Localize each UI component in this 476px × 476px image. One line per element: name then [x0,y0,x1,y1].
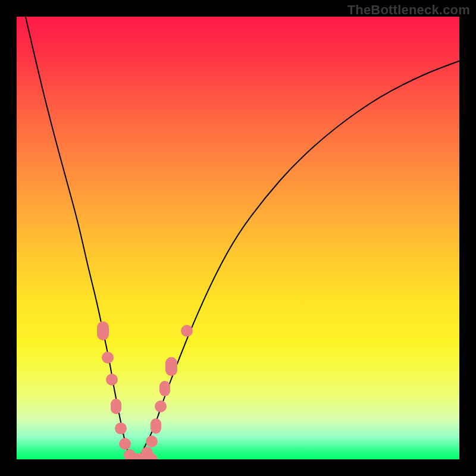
data-marker [115,422,127,434]
markers-layer [17,17,459,459]
data-marker [106,374,118,386]
chart-frame: TheBottleneck.com [0,0,476,476]
data-marker [159,381,170,396]
watermark-text: TheBottleneck.com [347,2,470,18]
data-marker [102,352,114,364]
data-marker [151,418,161,434]
plot-area [17,17,459,459]
data-marker [111,399,121,414]
data-marker [97,321,109,340]
data-marker [155,400,167,412]
data-marker [119,438,131,450]
data-marker [181,325,193,337]
data-marker [146,436,158,447]
data-marker [165,357,177,376]
